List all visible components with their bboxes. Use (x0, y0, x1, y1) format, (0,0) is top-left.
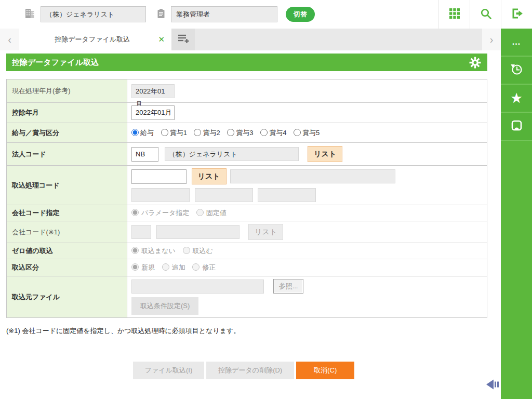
deduction-ym-label: 控除年月 (7, 103, 127, 123)
footnote: (※1) 会社コードに固定値を指定し、かつ取込処理時に必須項目となります。 (6, 326, 501, 336)
search-icon (480, 7, 492, 22)
import-proc-code-input[interactable] (131, 169, 187, 184)
import-proc-sub3-display (258, 188, 316, 202)
building-icon (24, 7, 35, 22)
radio-kind-modify (192, 263, 200, 271)
role-input[interactable] (171, 6, 277, 22)
sidebar-collapse-arrow-icon[interactable] (485, 378, 500, 393)
topbar-icon-group (438, 0, 532, 29)
import-proc-name-display (230, 169, 395, 183)
tab-label: 控除データファイル取込 (19, 35, 156, 44)
deduction-ym-input[interactable] (131, 105, 175, 120)
current-ym-value: 2022年01月 (131, 84, 175, 98)
company-mode-label: 会社コード指定 (7, 205, 127, 221)
switch-button[interactable]: 切替 (286, 7, 315, 22)
action-button-row: ファイル取込(I) 控除データの削除(D) 取消(C) (0, 362, 487, 379)
page-header: 控除データファイル取込 (6, 54, 487, 71)
source-file-label: 取込元ファイル (7, 276, 127, 318)
current-ym-label: 現在処理年月(参考) (7, 79, 127, 103)
add-tab-button[interactable] (171, 29, 195, 50)
radio-pay-bonus4-label: 賞与4 (269, 129, 286, 137)
row-pay-type: 給与／賞与区分 給与 賞与1 賞与2 賞与3 賞与4 賞与5 (7, 123, 487, 143)
radio-pay-bonus3-label: 賞与3 (236, 129, 253, 137)
radio-kind-modify-label: 修正 (202, 263, 216, 271)
company-input[interactable] (41, 6, 146, 22)
radio-kind-new-label: 新規 (141, 263, 155, 271)
radio-kind-new (131, 263, 139, 271)
company-code-list-button: リスト (248, 224, 283, 240)
row-import-proc: 取込処理コード リスト (7, 166, 487, 205)
settings-gear-icon[interactable] (469, 57, 487, 69)
corp-name-display: （株）ジェネラリスト (165, 147, 299, 161)
radio-company-mode-parameter-label: パラメータ指定 (141, 209, 189, 217)
radio-zero-include (183, 247, 190, 254)
favorites-button[interactable]: ★ (501, 85, 532, 113)
import-kind-label: 取込区分 (7, 259, 127, 276)
corp-code-input[interactable] (131, 147, 158, 162)
history-clock-icon (510, 62, 524, 78)
row-company-code: 会社コード(※1) リスト (7, 221, 487, 243)
radio-zero-skip-label: 取込まない (141, 247, 176, 255)
page-title: 控除データファイル取込 (6, 58, 469, 68)
history-button[interactable] (501, 57, 532, 85)
radio-zero-include-label: 取込む (193, 247, 213, 255)
logout-exit-icon (510, 7, 524, 22)
main-content: 控除データファイル取込 現在処理年月(参考) (0, 50, 501, 399)
radio-pay-bonus2-label: 賞与2 (203, 129, 220, 137)
import-proc-label: 取込処理コード (7, 166, 127, 205)
row-source-file: 取込元ファイル 参照... 取込条件設定(S) (7, 276, 487, 318)
radio-kind-append-label: 追加 (172, 263, 185, 271)
ellipsis-icon: … (512, 37, 521, 47)
radio-pay-bonus4[interactable] (260, 129, 268, 136)
corp-code-label: 法人コード (7, 143, 127, 166)
radio-company-mode-parameter (131, 209, 139, 216)
pay-type-label: 給与／賞与区分 (7, 123, 127, 143)
tab-close-icon[interactable]: ✕ (156, 35, 171, 44)
row-company-mode: 会社コード指定 パラメータ指定 固定値 (7, 205, 487, 221)
radio-pay-bonus1-label: 賞与1 (170, 129, 187, 137)
manual-book-icon (510, 118, 524, 135)
star-icon: ★ (510, 91, 523, 105)
import-proc-list-button[interactable]: リスト (192, 168, 227, 184)
clipboard-icon (156, 7, 166, 22)
zero-import-label: ゼロ値の取込 (7, 243, 127, 259)
row-zero-import: ゼロ値の取込 取込まない 取込む (7, 243, 487, 259)
radio-pay-bonus5-label: 賞与5 (302, 129, 320, 137)
file-import-button: ファイル取込(I) (133, 362, 205, 379)
import-form-table: 現在処理年月(参考) 2022年01月 控除年月 給与／賞与区分 給与 賞与1 … (6, 79, 487, 318)
radio-pay-salary[interactable] (131, 129, 139, 136)
source-file-path-display (131, 280, 264, 294)
app-grid-icon (449, 8, 460, 21)
radio-pay-bonus1[interactable] (161, 129, 168, 136)
tab-strip: ‹ 控除データファイル取込 ✕ › (0, 29, 501, 50)
radio-pay-bonus2[interactable] (194, 129, 201, 136)
import-condition-settings-button: 取込条件設定(S) (131, 297, 198, 315)
logout-button[interactable] (501, 0, 532, 29)
company-code-display (131, 225, 151, 239)
radio-zero-skip (131, 247, 139, 254)
row-deduction-ym: 控除年月 (7, 103, 487, 123)
right-sidebar: … ★ (501, 29, 532, 399)
radio-pay-bonus3[interactable] (227, 129, 234, 136)
manual-button[interactable] (501, 113, 532, 141)
radio-pay-salary-label: 給与 (140, 129, 154, 137)
tabs-scroll-left-button[interactable]: ‹ (0, 29, 19, 50)
radio-kind-append (162, 263, 169, 271)
row-current-ym: 現在処理年月(参考) 2022年01月 (7, 79, 487, 103)
add-tab-icon (177, 32, 190, 47)
import-proc-sub1-display (131, 188, 190, 202)
radio-pay-bonus5[interactable] (294, 129, 301, 136)
cancel-button[interactable]: 取消(C) (296, 362, 354, 379)
row-import-kind: 取込区分 新規 追加 修正 (7, 259, 487, 276)
search-button[interactable] (470, 0, 501, 29)
company-name-display (156, 225, 240, 239)
radio-company-mode-fixed (196, 209, 204, 216)
company-code-label: 会社コード(※1) (7, 221, 127, 243)
more-menu-button[interactable]: … (501, 29, 532, 57)
delete-deduction-data-button: 控除データの削除(D) (206, 362, 294, 379)
app-grid-button[interactable] (438, 0, 470, 29)
tab-deduction-import[interactable]: 控除データファイル取込 ✕ (19, 29, 171, 50)
tabs-scroll-right-button[interactable]: › (482, 29, 501, 50)
import-proc-sub2-display (195, 188, 253, 202)
corp-code-list-button[interactable]: リスト (308, 146, 342, 162)
